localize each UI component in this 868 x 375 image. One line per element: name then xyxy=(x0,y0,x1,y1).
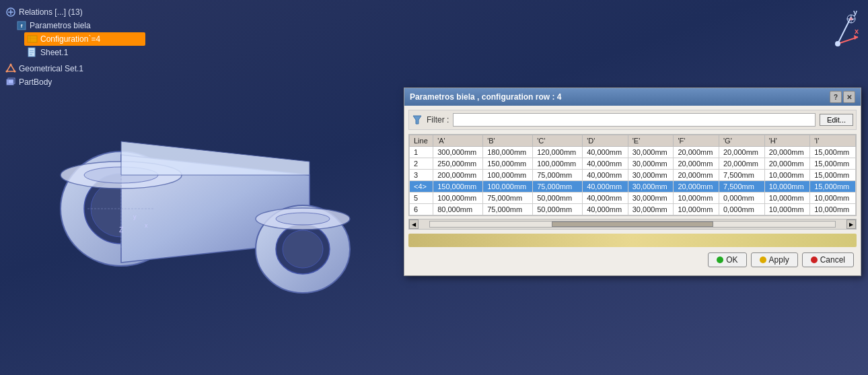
cell-value: 40,000mm xyxy=(583,193,628,204)
cell-line: <4> xyxy=(410,181,433,193)
cell-value: 20,000mm xyxy=(674,181,719,193)
cell-value: 100,000mm xyxy=(483,181,533,193)
cell-value: 75,000mm xyxy=(483,193,533,204)
tree-item-sheet[interactable]: Sheet.1 xyxy=(24,46,145,59)
table-body: 1300,000mm180,000mm120,000mm40,000mm30,0… xyxy=(410,147,856,215)
cell-value: 20,000mm xyxy=(764,158,810,170)
cancel-button[interactable]: Cancel xyxy=(802,252,854,267)
cell-value: 20,000mm xyxy=(674,170,719,181)
cell-value: 100,000mm xyxy=(533,158,583,170)
ok-button[interactable]: OK xyxy=(708,252,746,267)
cell-line: 3 xyxy=(410,170,433,181)
cell-line: 6 xyxy=(410,204,433,215)
cell-value: 20,000mm xyxy=(674,158,719,170)
tree-item-parametros-label: Parametros biela xyxy=(30,21,91,30)
tree-item-partbody-label: PartBody xyxy=(19,77,52,87)
table-row[interactable]: 1300,000mm180,000mm120,000mm40,000mm30,0… xyxy=(410,147,856,158)
svg-text:f: f xyxy=(21,23,23,29)
cell-value: 30,000mm xyxy=(628,193,674,204)
apply-dot xyxy=(760,257,766,263)
svg-marker-46 xyxy=(413,116,421,124)
cell-value: 10,000mm xyxy=(674,204,719,215)
tree-item-geoset-label: Geometrical Set.1 xyxy=(19,64,83,73)
cell-value: 0,000mm xyxy=(719,204,765,215)
table-row[interactable]: 3200,000mm100,000mm75,000mm40,000mm30,00… xyxy=(410,170,856,181)
body-icon xyxy=(5,77,16,88)
col-header-a: 'A' xyxy=(433,135,483,147)
tree-item-sheet-label: Sheet.1 xyxy=(40,48,68,57)
tree-item-configuration[interactable]: Configuration`=4 xyxy=(24,32,145,46)
cell-value: 75,000mm xyxy=(533,181,583,193)
cell-value: 10,000mm xyxy=(764,204,810,215)
cell-value: 10,000mm xyxy=(764,193,810,204)
svg-point-15 xyxy=(6,71,8,73)
col-header-line: Line xyxy=(410,135,433,147)
svg-text:y: y xyxy=(133,213,137,220)
dialog-help-button[interactable]: ? xyxy=(830,91,842,103)
tree-item-geoset[interactable]: Geometrical Set.1 xyxy=(3,62,145,75)
table-row[interactable]: <4>150,000mm100,000mm75,000mm40,000mm30,… xyxy=(410,181,856,193)
cell-value: 10,000mm xyxy=(810,204,856,215)
apply-label: Apply xyxy=(769,255,789,265)
cell-value: 7,500mm xyxy=(719,181,765,193)
svg-point-39 xyxy=(276,213,330,225)
svg-point-24 xyxy=(835,41,840,46)
svg-text:x: x xyxy=(145,222,148,229)
cell-line: 2 xyxy=(410,158,433,170)
svg-rect-5 xyxy=(28,36,37,42)
apply-button[interactable]: Apply xyxy=(751,252,798,267)
filter-input[interactable] xyxy=(453,113,816,127)
cell-value: 10,000mm xyxy=(764,181,810,193)
cell-value: 30,000mm xyxy=(628,204,674,215)
connecting-rod: Z y x xyxy=(40,114,377,330)
dialog-close-button[interactable]: ✕ xyxy=(843,91,855,103)
cell-value: 40,000mm xyxy=(583,181,628,193)
svg-marker-22 xyxy=(854,35,858,40)
table-row[interactable]: 5100,000mm75,000mm50,000mm40,000mm30,000… xyxy=(410,193,856,204)
svg-text:Z: Z xyxy=(119,226,123,234)
cancel-dot xyxy=(811,257,818,263)
cell-value: 15,000mm xyxy=(810,170,856,181)
table-row[interactable]: 2250,000mm150,000mm100,000mm40,000mm30,0… xyxy=(410,158,856,170)
col-header-h: 'H' xyxy=(764,135,810,147)
col-header-b: 'B' xyxy=(483,135,533,147)
filter-label: Filter : xyxy=(427,115,449,125)
cell-value: 30,000mm xyxy=(628,170,674,181)
filter-row: Filter : Edit... xyxy=(408,110,857,130)
tree-item-relations[interactable]: Relations [...] (13) xyxy=(3,5,145,19)
cell-value: 40,000mm xyxy=(583,204,628,215)
cell-value: 150,000mm xyxy=(433,181,483,193)
cancel-label: Cancel xyxy=(820,255,845,265)
tree-item-partbody[interactable]: PartBody xyxy=(3,75,145,89)
cell-value: 40,000mm xyxy=(583,147,628,158)
cell-value: 120,000mm xyxy=(533,147,583,158)
ok-label: OK xyxy=(726,255,737,265)
cell-value: 250,000mm xyxy=(433,158,483,170)
tree-item-configuration-label: Configuration`=4 xyxy=(40,34,100,44)
dialog-title: Parametros biela , configuration row : 4 xyxy=(410,92,561,102)
col-header-g: 'G' xyxy=(719,135,765,147)
geo-icon xyxy=(5,63,16,74)
cell-value: 10,000mm xyxy=(674,193,719,204)
cell-value: 10,000mm xyxy=(764,170,810,181)
scroll-right-arrow[interactable]: ▶ xyxy=(846,219,856,229)
dialog-buttons: OK Apply Cancel xyxy=(408,250,857,271)
table-row[interactable]: 680,000mm75,000mm50,000mm40,000mm30,000m… xyxy=(410,204,856,215)
scrollbar-track[interactable] xyxy=(429,221,836,228)
cell-value: 150,000mm xyxy=(483,158,533,170)
dialog-controls: ? ✕ xyxy=(830,91,855,103)
table-scroll-area[interactable]: Line 'A' 'B' 'C' 'D' 'E' 'F' 'G' 'H' 'I'… xyxy=(408,134,857,216)
scroll-left-arrow[interactable]: ◀ xyxy=(409,219,419,229)
col-header-e: 'E' xyxy=(628,135,674,147)
horizontal-scrollbar[interactable]: ◀ ▶ xyxy=(408,219,857,230)
edit-button[interactable]: Edit... xyxy=(820,114,853,126)
svg-marker-40 xyxy=(121,141,310,175)
col-header-d: 'D' xyxy=(583,135,628,147)
config-icon xyxy=(27,34,38,44)
tree-item-parametros[interactable]: f Parametros biela xyxy=(13,19,145,32)
footer-decoration xyxy=(408,234,857,247)
scrollbar-thumb[interactable] xyxy=(552,221,714,227)
axis-indicator: y x xyxy=(814,7,861,54)
cell-value: 50,000mm xyxy=(533,204,583,215)
cell-value: 75,000mm xyxy=(483,204,533,215)
